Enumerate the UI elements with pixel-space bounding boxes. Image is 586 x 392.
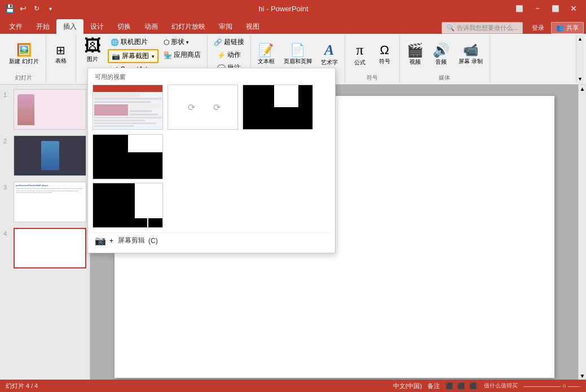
ribbon-group-media: 🎬 视频 🔊 音频 📹 屏幕 录制 媒体 [400,35,490,83]
screenshot-dropdown-icon: ▾ [152,54,155,59]
formula-label: 公式 [354,59,365,67]
dropdown-title: 可用的视窗 [92,73,331,81]
screen-record-label: 屏幕 录制 [459,58,483,65]
svg-rect-7 [130,110,152,112]
symbols-group-label: 符号 [367,73,378,82]
wordart-btn[interactable]: A 艺术字 [318,41,341,68]
screen-record-btn[interactable]: 📹 屏幕 录制 [455,42,486,67]
app-store-icon: 🏪 [164,51,172,59]
svg-rect-10 [94,120,145,121]
table-label: 表格 [55,57,67,65]
ribbon-scroll-down[interactable]: ▼ [576,76,584,83]
audio-label: 音频 [435,58,447,66]
dropdown-thumbs: ⟳ ⟳ [92,85,331,179]
thumb-2-content: ⟳ ⟳ [168,85,237,129]
login-btn[interactable]: 登录 [532,24,544,32]
thumb-4-cutout [128,135,163,152]
slide-item-2[interactable]: 2 [3,135,86,176]
hyperlink-btn[interactable]: 🔗 超链接 [211,36,247,48]
header-footer-btn[interactable]: 📄 页眉和页脚 [280,42,315,67]
tab-insert[interactable]: 插入 [56,19,83,34]
status-bar: 幻灯片 4 / 4 中文(中国) 备注 ⬛ ⬛ ⬛ 值什么值得买 —————— … [0,380,586,392]
slide-thumb-4[interactable] [14,228,86,268]
image-label: 图片 [87,55,98,63]
dropdown-thumb-5[interactable] [92,183,163,228]
dropdown-thumb-2[interactable]: ⟳ ⟳ [168,85,238,130]
view-icons[interactable]: ⬛ ⬛ ⬛ [446,382,478,390]
slide-thumb-3[interactable]: professional basketball player Lorem ips… [14,182,86,222]
textbox-btn[interactable]: 📝 文本框 [254,42,278,67]
tab-view[interactable]: 视图 [239,19,266,34]
tab-slideshow[interactable]: 幻灯片放映 [165,19,212,34]
table-group-content: ⊞ 表格 [50,36,72,73]
online-image-label: 联机图片 [121,37,148,47]
formula-btn[interactable]: π 公式 [349,41,371,68]
online-image-btn[interactable]: 🌐 联机图片 [108,36,158,48]
footer-shortcut: (C) [148,237,158,245]
share-btn[interactable]: 👥 共享 [551,22,584,34]
scroll-up-arrow[interactable]: ▲ [579,85,587,93]
minimize-btn[interactable]: － [530,2,545,15]
search-box[interactable]: 🔍 告诉我您想要做什么... [442,22,523,34]
tab-design[interactable]: 设计 [83,19,111,34]
shape-btn[interactable]: ⬡ 形状 ▾ [161,36,204,48]
tab-review[interactable]: 审阅 [212,19,239,34]
video-btn[interactable]: 🎬 视频 [403,42,427,68]
zoom-control[interactable]: —————— ○ —— [523,382,580,389]
slide-thumb-2[interactable] [14,135,86,176]
slide-item-3[interactable]: 3 professional basketball player Lorem i… [3,182,86,222]
slide-item-1[interactable]: 1 [3,89,86,130]
ribbon-scroll-up[interactable]: ▲ [576,35,584,42]
close-btn[interactable]: ✕ [566,2,581,15]
restore-down-btn[interactable]: ⬜ [512,2,527,15]
notes-btn[interactable]: 备注 [428,382,440,390]
audio-btn[interactable]: 🔊 音频 [429,42,453,68]
shape-col: ⬡ 形状 ▾ 🏪 应用商店 [161,36,204,61]
app-store-btn[interactable]: 🏪 应用商店 [161,49,204,61]
tab-animation[interactable]: 动画 [138,19,165,34]
screenshot-dropdown-panel: 可用的视窗 [87,68,336,253]
save-icon[interactable]: 💾 [5,3,15,14]
action-btn[interactable]: ⚡ 动作 [214,49,244,61]
language-label: 中文(中国) [393,382,422,390]
right-scrollbar: ▲ ▼ [578,85,586,380]
slide-thumb-1[interactable] [14,89,86,130]
slide-3-text: Lorem ipsum dolor sit amet consectetur a… [16,188,84,194]
dropdown-thumb-1[interactable] [92,85,163,130]
new-slide-btn[interactable]: 🖼️ 新建 幻灯片 [6,42,42,67]
slide-panel: 1 2 3 professional basketball player [0,85,90,380]
textbox-label: 文本框 [258,58,275,65]
shape-label: 形状 [171,37,184,47]
textbox-icon: 📝 [258,44,274,56]
slide-item-4[interactable]: 4 [3,228,86,268]
slide-2-content [14,136,86,175]
image-icon: 🖼 [84,37,101,54]
symbol-label: 符号 [379,58,390,65]
svg-rect-8 [130,113,158,116]
scroll-down-arrow[interactable]: ▼ [579,372,587,380]
tab-transition[interactable]: 切换 [111,19,138,34]
title-bar: 💾 ↩ ↻ ▾ hi - PowerPoint ⬜ － ⬜ ✕ [0,0,586,17]
tab-home[interactable]: 开始 [29,19,56,34]
tab-file[interactable]: 文件 [2,19,29,34]
screenshot-btn[interactable]: 📷 屏幕截图 ▾ [108,49,158,63]
symbol-btn[interactable]: Ω 符号 [373,42,396,67]
dropdown-thumb-3[interactable] [243,85,313,130]
ribbon-group-symbols: π 公式 Ω 符号 符号 [345,35,400,83]
slide-1-figure [17,94,34,125]
svg-rect-12 [94,125,134,127]
dropdown-thumb-4[interactable] [92,134,163,179]
undo-icon[interactable]: ↩ [18,3,28,14]
customize-icon[interactable]: ▾ [45,3,55,14]
new-slide-icon: 🖼️ [16,44,32,56]
camera-icon: 📷 [95,235,106,246]
maximize-btn[interactable]: ⬜ [548,2,563,15]
redo-icon[interactable]: ↻ [32,3,42,14]
audio-icon: 🔊 [433,43,450,57]
slide-3-content: professional basketball player Lorem ips… [14,182,86,222]
window-title: hi - PowerPoint [55,5,512,13]
table-btn[interactable]: ⊞ 表格 [50,43,72,67]
search-icon: 🔍 [447,24,455,32]
dropdown-footer[interactable]: 📷 + 屏幕剪辑 (C) [92,232,331,248]
image-btn[interactable]: 🖼 图片 [80,36,105,64]
